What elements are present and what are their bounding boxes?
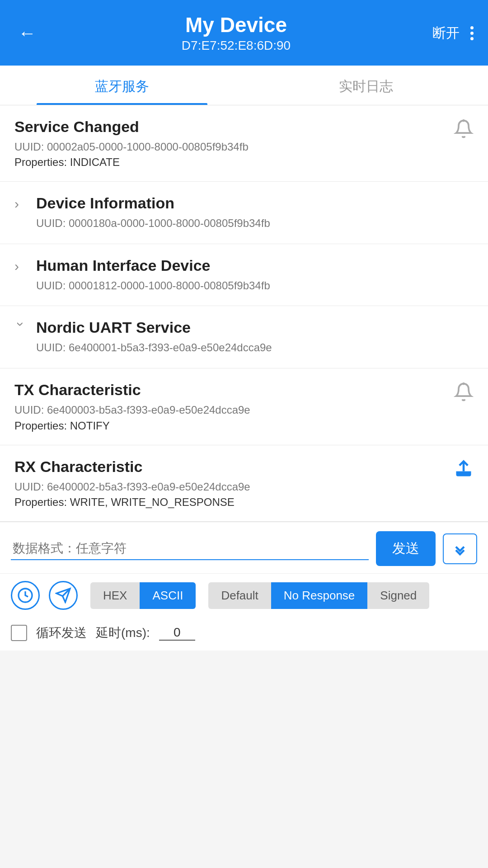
tx-uuid: UUID: 6e400003-b5a3-f393-e0a9-e50e24dcca… — [14, 402, 250, 418]
data-input[interactable] — [11, 538, 369, 560]
tx-info: TX Characteristic UUID: 6e400003-b5a3-f3… — [14, 381, 250, 432]
loop-send-row: 循环发送 延时(ms): — [0, 617, 488, 651]
service-changed-bell-icon[interactable] — [454, 119, 474, 139]
hid-left: › Human Interface Device UUID: 00001812-… — [14, 257, 474, 293]
response-group: Default No Response Signed — [208, 582, 429, 609]
bottom-toolbar: HEX ASCII Default No Response Signed — [0, 573, 488, 617]
rx-info: RX Characteristic UUID: 6e400002-b5a3-f3… — [14, 458, 250, 509]
signed-button[interactable]: Signed — [367, 582, 429, 609]
delay-input[interactable] — [159, 625, 195, 641]
rx-properties: Properties: WRITE, WRITE_NO_RESPONSE — [14, 496, 250, 509]
service-changed-uuid: UUID: 00002a05-0000-1000-8000-00805f9b34… — [14, 139, 249, 155]
device-mac: D7:E7:52:E8:6D:90 — [40, 38, 432, 53]
device-information-title: Device Information — [36, 194, 270, 212]
header-actions: 断开 — [432, 24, 474, 42]
service-changed-item: Service Changed UUID: 00002a05-0000-1000… — [0, 105, 488, 182]
device-information-item[interactable]: › Device Information UUID: 0000180a-0000… — [0, 182, 488, 244]
device-information-chevron-icon: › — [14, 196, 27, 212]
nus-uuid: UUID: 6e400001-b5a3-f393-e0a9-e50e24dcca… — [36, 340, 272, 355]
tab-bar: 蓝牙服务 实时日志 — [0, 66, 488, 105]
disconnect-button[interactable]: 断开 — [432, 24, 460, 42]
rx-upload-icon[interactable] — [454, 459, 474, 479]
delay-label: 延时(ms): — [96, 624, 150, 642]
hex-button[interactable]: HEX — [90, 582, 140, 609]
format-group: HEX ASCII — [90, 582, 196, 609]
tab-realtime-log[interactable]: 实时日志 — [244, 66, 488, 105]
hid-title: Human Interface Device — [36, 257, 270, 274]
tx-characteristic-item: TX Characteristic UUID: 6e400003-b5a3-f3… — [0, 368, 488, 445]
device-name: My Device — [40, 14, 432, 37]
hid-uuid: UUID: 00001812-0000-1000-8000-00805f9b34… — [36, 278, 270, 293]
service-changed-title: Service Changed — [14, 118, 249, 136]
rx-uuid: UUID: 6e400002-b5a3-f393-e0a9-e50e24dcca… — [14, 479, 250, 495]
loop-send-label: 循环发送 — [36, 624, 87, 642]
clock-button[interactable] — [11, 581, 40, 610]
input-area: 发送 — [0, 522, 488, 573]
ascii-button[interactable]: ASCII — [140, 582, 196, 609]
more-menu-button[interactable] — [470, 26, 474, 40]
service-changed-info: Service Changed UUID: 00002a05-0000-1000… — [14, 118, 249, 169]
no-response-button[interactable]: No Response — [271, 582, 368, 609]
device-information-uuid: UUID: 0000180a-0000-1000-8000-00805f9b34… — [36, 216, 270, 231]
loop-send-checkbox[interactable] — [11, 625, 27, 641]
header-title-block: My Device D7:E7:52:E8:6D:90 — [40, 14, 432, 53]
rx-title: RX Characteristic — [14, 458, 250, 476]
default-button[interactable]: Default — [208, 582, 271, 609]
nordic-uart-service-item[interactable]: › Nordic UART Service UUID: 6e400001-b5a… — [0, 306, 488, 368]
device-information-info: Device Information UUID: 0000180a-0000-1… — [36, 194, 270, 231]
dot3 — [470, 37, 474, 40]
device-information-left: › Device Information UUID: 0000180a-0000… — [14, 194, 474, 231]
app-header: ← My Device D7:E7:52:E8:6D:90 断开 — [0, 0, 488, 66]
nus-info: Nordic UART Service UUID: 6e400001-b5a3-… — [36, 319, 272, 355]
rx-characteristic-item: RX Characteristic UUID: 6e400002-b5a3-f3… — [0, 445, 488, 522]
service-changed-properties: Properties: INDICATE — [14, 156, 249, 169]
tx-bell-icon[interactable] — [454, 382, 474, 402]
nus-chevron-icon: › — [13, 322, 28, 335]
hid-info: Human Interface Device UUID: 00001812-00… — [36, 257, 270, 293]
human-interface-device-item[interactable]: › Human Interface Device UUID: 00001812-… — [0, 244, 488, 307]
tab-bluetooth-services[interactable]: 蓝牙服务 — [0, 66, 244, 105]
expand-button[interactable] — [443, 533, 477, 564]
hid-chevron-icon: › — [14, 259, 27, 274]
nus-title: Nordic UART Service — [36, 319, 272, 336]
tx-properties: Properties: NOTIFY — [14, 420, 250, 432]
back-button[interactable]: ← — [14, 19, 40, 47]
nus-left: › Nordic UART Service UUID: 6e400001-b5a… — [14, 319, 474, 355]
tx-title: TX Characteristic — [14, 381, 250, 399]
dot1 — [470, 26, 474, 29]
send-icon-button[interactable] — [49, 581, 78, 610]
dot2 — [470, 32, 474, 35]
service-list: Service Changed UUID: 00002a05-0000-1000… — [0, 105, 488, 522]
send-button[interactable]: 发送 — [376, 531, 436, 566]
